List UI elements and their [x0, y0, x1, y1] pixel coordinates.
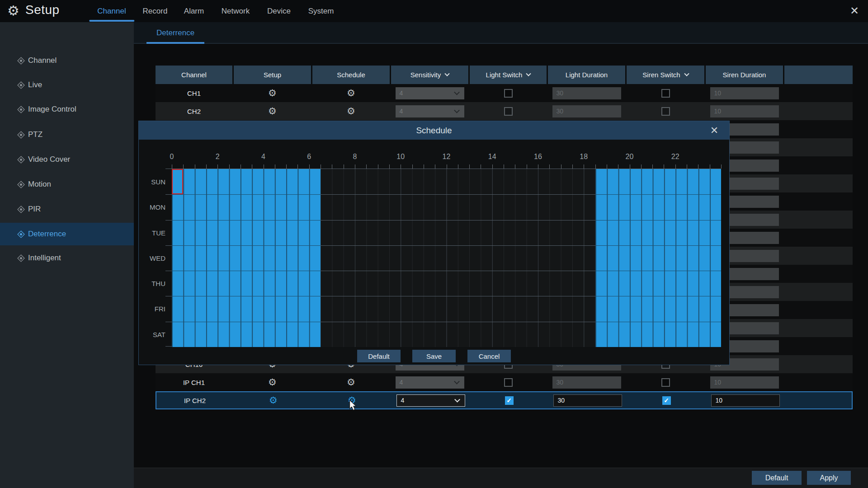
sidebar-item-motion[interactable]: Motion — [0, 173, 134, 196]
table-row-ip-ch2[interactable]: IP CH2 ⚙ ⚙ 4 ✓ 30 ✓ 10 — [156, 391, 853, 409]
half-hour-tick — [297, 164, 298, 169]
setup-gear-icon[interactable]: ⚙ — [268, 378, 277, 387]
schedule-gear-icon[interactable]: ⚙ — [347, 107, 355, 116]
light-switch-checkbox[interactable] — [504, 107, 513, 116]
schedule-active-segment[interactable] — [172, 322, 321, 347]
schedule-active-segment[interactable] — [595, 169, 721, 194]
schedule-grid[interactable]: 0246810121416182022SUNMONTUEWEDTHUFRISAT — [172, 169, 721, 347]
schedule-active-segment[interactable] — [172, 296, 321, 321]
schedule-active-segment[interactable] — [595, 245, 721, 271]
schedule-active-segment[interactable] — [595, 271, 721, 296]
schedule-active-segment[interactable] — [595, 220, 721, 245]
chevron-down-icon — [454, 397, 460, 403]
siren-switch-checkbox[interactable] — [661, 107, 670, 116]
siren-switch-checkbox[interactable] — [661, 89, 670, 98]
sidebar-item-live[interactable]: Live — [0, 74, 134, 96]
chevron-down-icon[interactable] — [684, 71, 689, 76]
apply-button[interactable]: Apply — [807, 471, 851, 485]
half-hour-tick — [687, 164, 687, 169]
setup-gear-icon: ⚙ — [7, 4, 19, 18]
schedule-gear-icon[interactable]: ⚙ — [347, 89, 355, 98]
setup-gear-icon[interactable]: ⚙ — [269, 396, 278, 405]
save-button[interactable]: Save — [412, 350, 456, 362]
bottom-bar: Default Apply — [134, 468, 868, 488]
schedule-row-wed[interactable]: WED — [172, 245, 721, 271]
schedule-active-segment[interactable] — [172, 220, 321, 245]
top-menu-item-record[interactable]: Record — [143, 0, 168, 22]
light-switch-checkbox[interactable] — [504, 89, 513, 98]
schedule-gear-icon[interactable]: ⚙ — [347, 378, 355, 387]
schedule-row-sat[interactable]: SAT — [172, 322, 721, 347]
light-duration-input[interactable]: 30 — [553, 394, 622, 407]
chevron-down-icon — [454, 379, 460, 385]
siren-switch-checkbox[interactable] — [661, 378, 670, 387]
schedule-active-segment[interactable] — [595, 194, 721, 220]
tab-deterrence[interactable]: Deterrence — [146, 22, 204, 44]
half-hour-tick — [264, 164, 264, 169]
half-hour-tick — [561, 164, 561, 169]
table-row-ch1[interactable]: CH1 ⚙ ⚙ 4 30 10 — [156, 84, 853, 102]
sidebar-item-image-control[interactable]: Image Control — [0, 98, 134, 121]
sidebar-item-pir[interactable]: PIR — [0, 198, 134, 221]
siren-duration-input[interactable]: 10 — [710, 87, 779, 99]
schedule-row-mon[interactable]: MON — [172, 194, 721, 220]
sidebar-item-deterrence[interactable]: Deterrence — [0, 223, 134, 245]
diamond-icon — [17, 106, 25, 113]
window-close-icon[interactable]: ✕ — [847, 4, 862, 18]
half-hour-tick — [424, 164, 424, 169]
schedule-row-thu[interactable]: THU — [172, 271, 721, 296]
sensitivity-dropdown[interactable]: 4 — [396, 394, 465, 407]
default-button[interactable]: Default — [357, 350, 401, 362]
half-hour-tick — [549, 164, 550, 169]
half-hour-tick — [538, 164, 538, 169]
schedule-active-segment[interactable] — [595, 322, 721, 347]
schedule-row-sun[interactable]: SUN — [172, 169, 721, 194]
chevron-down-icon[interactable] — [526, 71, 531, 76]
schedule-active-segment[interactable] — [172, 169, 321, 194]
sidebar-item-ptz[interactable]: PTZ — [0, 123, 134, 146]
table-row-ip-ch1[interactable]: IP CH1 ⚙ ⚙ 4 30 10 — [156, 373, 853, 391]
top-menu-item-alarm[interactable]: Alarm — [184, 0, 204, 22]
schedule-active-segment[interactable] — [172, 245, 321, 271]
sensitivity-dropdown[interactable]: 4 — [396, 105, 464, 117]
sensitivity-dropdown[interactable]: 4 — [396, 376, 464, 389]
sidebar-item-intelligent[interactable]: Intelligent — [0, 247, 134, 269]
sensitivity-dropdown[interactable]: 4 — [396, 87, 464, 99]
light-switch-checkbox[interactable]: ✓ — [505, 396, 514, 405]
sidebar-item-channel[interactable]: Channel — [0, 49, 134, 72]
top-bar: ⚙ Setup ChannelRecordAlarmNetworkDeviceS… — [0, 0, 868, 22]
cancel-button[interactable]: Cancel — [467, 350, 511, 362]
schedule-active-segment[interactable] — [172, 194, 321, 220]
schedule-row-fri[interactable]: FRI — [172, 296, 721, 321]
light-switch-checkbox[interactable] — [504, 378, 513, 387]
siren-duration-input[interactable]: 10 — [711, 394, 780, 407]
light-duration-input[interactable]: 30 — [552, 87, 621, 99]
schedule-dialog-close-icon[interactable]: ✕ — [707, 121, 722, 140]
schedule-row-tue[interactable]: TUE — [172, 220, 721, 245]
diamond-icon — [17, 81, 25, 89]
hour-label: 14 — [488, 153, 496, 161]
setup-gear-icon[interactable]: ⚙ — [268, 107, 277, 116]
siren-duration-input[interactable]: 10 — [710, 105, 779, 117]
light-duration-input[interactable]: 30 — [552, 105, 621, 117]
setup-gear-icon[interactable]: ⚙ — [268, 89, 277, 98]
schedule-active-segment[interactable] — [595, 296, 721, 321]
hour-label: 22 — [671, 153, 679, 161]
light-duration-input[interactable]: 30 — [552, 376, 621, 389]
sidebar-item-video-cover[interactable]: Video Cover — [0, 148, 134, 171]
top-menu-item-channel[interactable]: Channel — [97, 0, 126, 22]
schedule-active-segment[interactable] — [172, 271, 321, 296]
half-hour-tick — [515, 164, 515, 169]
top-menu-item-device[interactable]: Device — [267, 0, 291, 22]
siren-switch-checkbox[interactable]: ✓ — [662, 396, 671, 405]
chevron-down-icon[interactable] — [445, 71, 450, 76]
half-hour-tick — [389, 164, 390, 169]
default-button[interactable]: Default — [752, 471, 802, 485]
diamond-icon — [17, 156, 25, 164]
top-menu-item-network[interactable]: Network — [222, 0, 250, 22]
schedule-dialog-header: Schedule ✕ — [139, 121, 729, 140]
column-header-label: Light Switch — [486, 71, 523, 79]
top-menu-item-system[interactable]: System — [308, 0, 334, 22]
siren-duration-input[interactable]: 10 — [710, 376, 779, 389]
table-row-ch2[interactable]: CH2 ⚙ ⚙ 4 30 10 — [156, 102, 853, 120]
